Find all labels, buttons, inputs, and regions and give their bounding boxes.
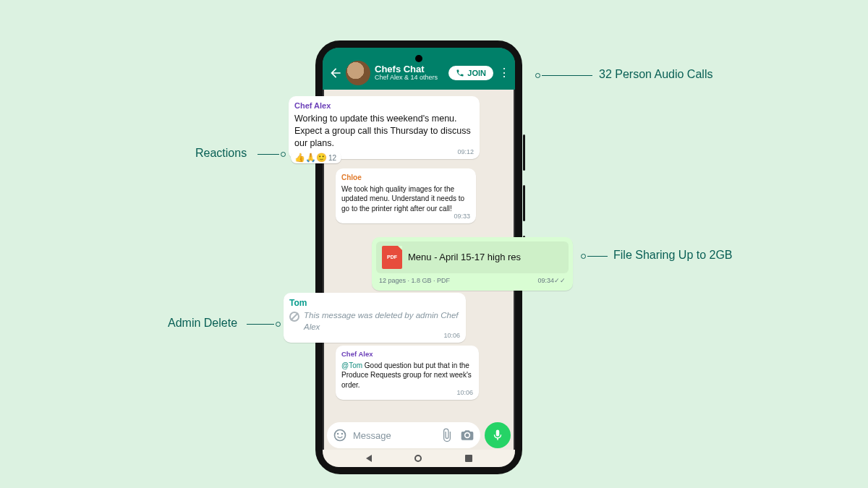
message-input[interactable]: Message [327, 422, 480, 448]
callout-line [587, 256, 608, 257]
chat-title: Chefs Chat [375, 64, 444, 74]
pdf-icon: PDF [382, 246, 402, 269]
deleted-message-bubble[interactable]: Tom This message was deleted by admin Ch… [284, 293, 466, 343]
message-body: Working to update this weekend's menu. E… [294, 113, 474, 157]
reaction-emoji: 🙂 [316, 153, 327, 163]
nav-back-icon[interactable] [366, 455, 372, 462]
nav-home-icon[interactable] [414, 455, 422, 462]
read-receipt-icon: ✓✓ [554, 277, 566, 284]
file-meta: 12 pages · 1.8 GB · PDF [379, 276, 450, 285]
sender-name: Tom [289, 297, 460, 309]
nav-recent-icon[interactable] [465, 455, 472, 462]
message-placeholder: Message [353, 430, 434, 441]
message-time: 10:06 [456, 388, 473, 397]
sender-name: Chef Alex [294, 100, 474, 111]
join-call-button[interactable]: JOIN [448, 66, 493, 80]
deleted-icon [289, 312, 299, 322]
callout-dot [535, 73, 540, 78]
message-bubble[interactable]: Chef Alex @Tom Good question but put tha… [336, 346, 479, 400]
composer: Message [327, 422, 511, 448]
deleted-text: This message was deleted by admin Chef A… [304, 310, 460, 333]
chat-subtitle: Chef Alex & 14 others [375, 74, 444, 82]
message-bubble[interactable]: Chloe We took high quality images for th… [336, 168, 476, 223]
file-message-bubble[interactable]: PDF Menu - April 15-17 high res 12 pages… [372, 237, 573, 291]
android-nav-bar [323, 450, 515, 467]
sender-name: Chloe [341, 173, 470, 183]
callout-line [247, 324, 274, 325]
message-body: We took high quality images for the upda… [341, 184, 470, 221]
message-time: 09:12 [457, 147, 474, 156]
phone-side-button [523, 134, 525, 171]
chat-area[interactable]: Chef Alex Working to update this weekend… [323, 90, 515, 427]
more-options-button[interactable]: ⋮ [498, 67, 509, 79]
phone-frame: Chefs Chat Chef Alex & 14 others JOIN ⋮ … [315, 40, 522, 474]
chat-header: Chefs Chat Chef Alex & 14 others JOIN ⋮ [323, 48, 515, 90]
phone-icon [456, 69, 464, 77]
reaction-emoji: 🙏 [305, 153, 316, 163]
message-body: @Tom Good question but put that in the P… [341, 361, 473, 398]
callout-dot [281, 152, 286, 157]
callout-line [258, 154, 279, 155]
file-name: Menu - April 15-17 high res [408, 251, 521, 264]
group-avatar[interactable] [346, 61, 370, 85]
back-button[interactable] [328, 66, 341, 80]
emoji-icon[interactable] [333, 428, 347, 442]
callout-audio-calls: 32 Person Audio Calls [599, 68, 712, 81]
message-time: 09:33 [454, 212, 470, 221]
message-time: 10:06 [443, 331, 460, 340]
callout-file-sharing: File Sharing Up to 2GB [613, 249, 733, 262]
voice-message-button[interactable] [485, 422, 511, 448]
callout-reactions: Reactions [195, 147, 247, 160]
file-attachment[interactable]: PDF Menu - April 15-17 high res [376, 241, 569, 273]
join-label: JOIN [467, 69, 486, 77]
reactions-pill[interactable]: 👍 🙏 🙂 12 [291, 152, 341, 163]
callout-line [542, 75, 592, 76]
reaction-emoji: 👍 [294, 153, 305, 163]
camera-icon[interactable] [460, 428, 475, 442]
callout-admin-delete: Admin Delete [168, 317, 237, 330]
message-bubble[interactable]: Chef Alex Working to update this weekend… [289, 96, 480, 159]
sender-name: Chef Alex [341, 350, 473, 359]
chat-title-block[interactable]: Chefs Chat Chef Alex & 14 others [375, 64, 444, 82]
callout-dot [276, 322, 281, 327]
message-time: 09:34✓✓ [537, 276, 566, 285]
attach-icon[interactable] [440, 428, 454, 442]
mention[interactable]: @Tom [341, 361, 362, 369]
reaction-count: 12 [328, 154, 336, 162]
callout-dot [581, 254, 586, 259]
phone-side-button [523, 185, 525, 221]
